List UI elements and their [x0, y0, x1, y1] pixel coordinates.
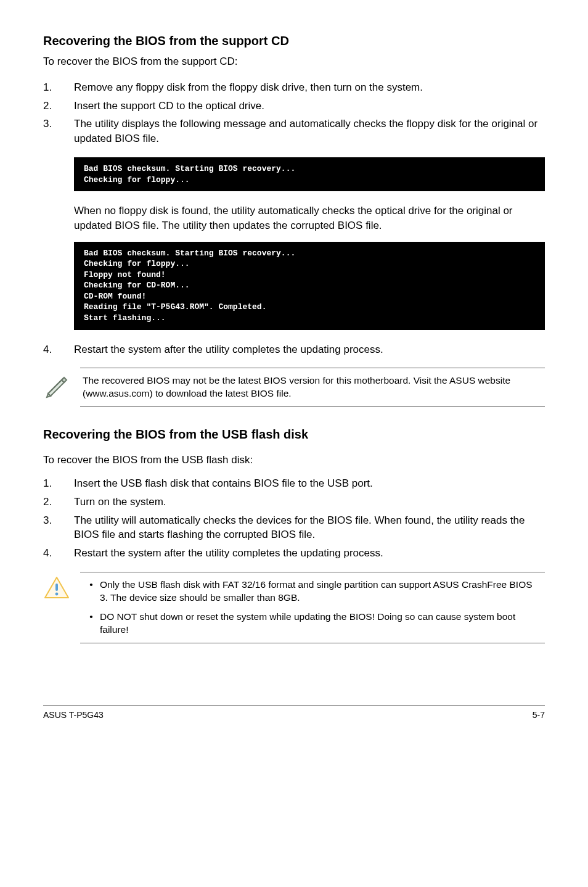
list-item: 3. The utility displays the following me…	[43, 117, 545, 146]
section1-intro: To recover the BIOS from the support CD:	[43, 54, 545, 69]
section2-steps: 1. Insert the USB flash disk that contai…	[43, 476, 545, 561]
bullet-icon: •	[83, 579, 100, 604]
list-item: 4. Restart the system after the utility …	[43, 342, 545, 357]
svg-point-2	[55, 593, 59, 596]
list-item: 1. Insert the USB flash disk that contai…	[43, 476, 545, 491]
section1-mid-paragraph: When no floppy disk is found, the utilit…	[74, 204, 545, 233]
step-number: 1.	[43, 80, 74, 95]
warning-body: • Only the USB flash disk with FAT 32/16…	[80, 572, 545, 643]
list-item: 3. The utility will automatically checks…	[43, 513, 545, 543]
warning-callout: • Only the USB flash disk with FAT 32/16…	[43, 572, 545, 643]
step-text: Insert the support CD to the optical dri…	[74, 99, 545, 113]
bullet-icon: •	[83, 611, 100, 637]
step-number: 2.	[43, 99, 74, 113]
code-block-1: Bad BIOS checksum. Starting BIOS recover…	[74, 157, 545, 191]
warning-list: • Only the USB flash disk with FAT 32/16…	[83, 579, 542, 637]
page-footer: ASUS T-P5G43 5-7	[43, 705, 545, 722]
footer-right: 5-7	[533, 709, 545, 722]
step-number: 3.	[43, 117, 74, 146]
step-text: The utility displays the following messa…	[74, 117, 545, 146]
footer-left: ASUS T-P5G43	[43, 709, 104, 722]
pencil-icon	[43, 368, 80, 398]
svg-rect-1	[55, 584, 58, 591]
code-block-2: Bad BIOS checksum. Starting BIOS recover…	[74, 242, 545, 330]
list-item: 2. Insert the support CD to the optical …	[43, 99, 545, 113]
step-number: 3.	[43, 513, 74, 543]
section2-heading: Recovering the BIOS from the USB flash d…	[43, 426, 545, 443]
section1-step4: 4. Restart the system after the utility …	[43, 342, 545, 357]
step-number: 1.	[43, 476, 74, 491]
warning-icon	[43, 572, 80, 600]
warning-text: Only the USB flash disk with FAT 32/16 f…	[100, 579, 542, 604]
step-number: 4.	[43, 546, 74, 561]
step-text: Remove any floppy disk from the floppy d…	[74, 80, 545, 95]
section2-intro: To recover the BIOS from the USB flash d…	[43, 453, 545, 468]
list-item: 2. Turn on the system.	[43, 495, 545, 510]
step-text: Restart the system after the utility com…	[74, 342, 545, 357]
note-text: The recovered BIOS may not be the latest…	[80, 368, 545, 407]
step-text: Turn on the system.	[74, 495, 545, 510]
list-item: • DO NOT shut down or reset the system w…	[83, 611, 542, 637]
note-callout: The recovered BIOS may not be the latest…	[43, 368, 545, 407]
list-item: • Only the USB flash disk with FAT 32/16…	[83, 579, 542, 604]
step-text: The utility will automatically checks th…	[74, 513, 545, 543]
list-item: 1. Remove any floppy disk from the flopp…	[43, 80, 545, 95]
list-item: 4. Restart the system after the utility …	[43, 546, 545, 561]
section1-heading: Recovering the BIOS from the support CD	[43, 32, 545, 49]
step-number: 4.	[43, 342, 74, 357]
step-text: Restart the system after the utility com…	[74, 546, 545, 561]
step-text: Insert the USB flash disk that contains …	[74, 476, 545, 491]
warning-text: DO NOT shut down or reset the system whi…	[100, 611, 542, 637]
step-number: 2.	[43, 495, 74, 510]
section1-steps: 1. Remove any floppy disk from the flopp…	[43, 80, 545, 146]
